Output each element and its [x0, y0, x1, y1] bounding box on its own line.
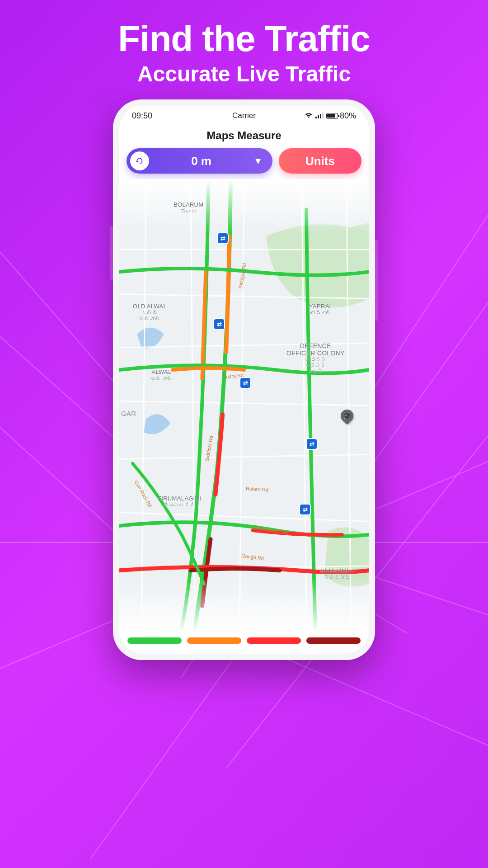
transit-station-icon[interactable]: ⇄ — [307, 439, 317, 449]
transit-station-icon[interactable]: ⇄ — [214, 319, 224, 329]
controls-row: 0 m ▼ Units — [119, 148, 369, 179]
transit-station-icon[interactable]: ⇄ — [218, 233, 228, 243]
svg-rect-1 — [318, 115, 319, 118]
svg-rect-3 — [322, 113, 324, 118]
place-label-defence: DEFENCE OFFICER COLONYడిఫెన్స్ ఆఫీసర్ కా… — [286, 335, 345, 381]
svg-rect-2 — [320, 114, 321, 118]
status-right: 80% — [305, 111, 356, 121]
app-title: Maps Measure — [119, 126, 369, 148]
phone-screen: 09:50 Carrier 80% Maps Measure — [119, 106, 369, 654]
distance-value: 0 m — [191, 154, 211, 168]
place-label-bolarum: BOLARUMబోలారం — [174, 202, 203, 214]
place-label-alwal: ALWALఅల్వాల్ — [151, 369, 172, 382]
battery-icon — [326, 113, 338, 119]
undo-icon — [135, 156, 145, 166]
transit-station-icon[interactable]: ⇄ — [300, 505, 310, 514]
battery-indicator: 80% — [326, 111, 356, 121]
place-label-gar: GAR — [121, 410, 136, 417]
units-label: Units — [305, 154, 335, 168]
legend-slow — [187, 637, 241, 644]
legend-standstill — [306, 637, 361, 644]
distance-dropdown[interactable]: 0 m ▼ — [127, 148, 272, 174]
hero-title: Find the Traffic — [0, 18, 488, 60]
status-bar: 09:50 Carrier 80% — [119, 106, 369, 126]
undo-button[interactable] — [130, 151, 149, 170]
transit-station-icon[interactable]: ⇄ — [240, 378, 250, 388]
map-view[interactable]: ⇄ ⇄ ⇄ ⇄ ⇄ 🎓 BOLARUMబోలారం OLD ALWALఓల్డ్… — [119, 179, 369, 632]
hero: Find the Traffic Accurate Live Traffic — [0, 0, 488, 86]
place-label-yapral: YAPRALయాప్రాల్ — [309, 303, 333, 316]
battery-percent: 80% — [340, 111, 356, 121]
place-label-neredmet: NEREDMETనేరేడ్మెట్ — [320, 568, 354, 580]
place-label-tirumalagiri: TIRUMALAGIRIతిరుమలగిరి — [158, 495, 201, 508]
units-button[interactable]: Units — [279, 148, 361, 174]
wifi-icon — [305, 111, 313, 121]
status-time: 09:50 — [132, 111, 152, 121]
phone-frame: 09:50 Carrier 80% Maps Measure — [113, 99, 375, 660]
hero-subtitle: Accurate Live Traffic — [0, 61, 488, 86]
chevron-down-icon: ▼ — [253, 156, 263, 166]
svg-rect-0 — [315, 117, 317, 118]
legend-heavy — [247, 637, 301, 644]
traffic-legend — [119, 632, 369, 654]
legend-free — [127, 637, 182, 644]
place-label-old-alwal: OLD ALWALఓల్డ్ అల్వాల్ — [133, 303, 167, 321]
map-canvas — [119, 179, 369, 632]
signal-icon — [315, 111, 324, 121]
